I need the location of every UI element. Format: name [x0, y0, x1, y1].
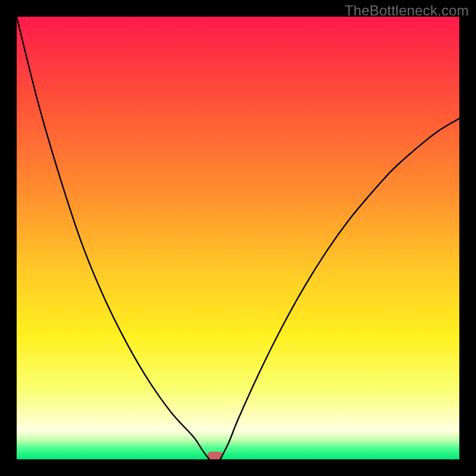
plot-area: [17, 17, 459, 459]
chart-svg: [17, 17, 459, 459]
chart-frame: TheBottleneck.com: [0, 0, 476, 476]
gradient-background: [17, 17, 459, 459]
